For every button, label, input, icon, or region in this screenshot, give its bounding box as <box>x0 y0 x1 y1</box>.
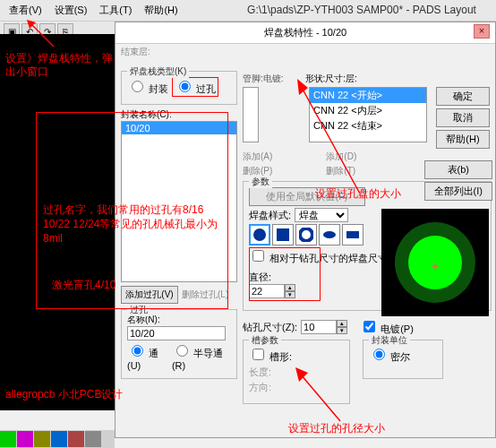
radio-via-label: 过孔 <box>196 83 216 94</box>
svg-rect-4 <box>346 231 359 238</box>
help-button[interactable]: 帮助(H) <box>436 130 490 149</box>
via-name-input[interactable] <box>127 326 226 340</box>
ok-button[interactable]: 确定 <box>436 87 490 106</box>
list-item[interactable]: CNN 22 <结束> <box>310 118 426 134</box>
pipe-label: 管脚:电镀: <box>243 73 284 85</box>
drill-size-label: 钻孔尺寸(Z): <box>243 321 297 334</box>
svg-point-0 <box>253 228 266 241</box>
global-default-button[interactable]: 使用全局默认值(F) <box>249 187 365 206</box>
len-label: 长度: <box>249 366 271 379</box>
svg-point-2 <box>300 228 312 241</box>
slot-shape-checkbox[interactable]: 槽形: <box>249 346 292 364</box>
slot-label: 槽参数 <box>249 334 281 347</box>
radio-via[interactable]: 过孔 <box>172 77 218 97</box>
del-t-label: 删除(T) <box>326 165 355 177</box>
dir-label: 方向: <box>249 381 271 394</box>
close-icon[interactable]: × <box>474 24 490 39</box>
add-d-label: 添加(D) <box>326 151 356 163</box>
list-item[interactable]: CNN 22 <开始> <box>310 88 426 103</box>
menu-help[interactable]: 帮助(H) <box>139 2 183 19</box>
menu-view[interactable]: 查看(V) <box>4 2 47 19</box>
drill-size-input[interactable] <box>301 320 337 334</box>
plated-label: 电镀(P) <box>381 323 414 334</box>
shape-annular[interactable] <box>295 224 317 246</box>
layer-swatch[interactable] <box>34 431 50 447</box>
radio-partial[interactable]: 半导通(R) <box>172 342 231 371</box>
drill-size-stepper[interactable]: ▴▾ <box>301 320 347 334</box>
pad-style-label: 焊盘样式: <box>249 209 291 222</box>
svg-point-3 <box>323 231 336 238</box>
annotation-box <box>249 247 321 301</box>
menu-setup[interactable]: 设置(S) <box>49 2 93 19</box>
menu-tools[interactable]: 工具(T) <box>94 2 137 19</box>
app-title: G:\1\pads\ZP-YTH003 SAMP00* - PADS Layou… <box>227 0 496 20</box>
shape-picker <box>249 224 363 246</box>
pipe-list[interactable] <box>243 87 259 142</box>
shape-oval[interactable] <box>319 224 340 246</box>
radio-package[interactable]: 封装 <box>127 78 168 96</box>
shape-list[interactable]: CNN 22 <开始> CNN 22 <内层> CNN 22 <结束> <box>309 87 427 142</box>
list-all-button[interactable]: 全部列出(I) <box>424 182 492 201</box>
cancel-button[interactable]: 取消 <box>436 108 490 127</box>
mil-label: 密尔 <box>390 351 410 362</box>
mil-radio[interactable]: 密尔 <box>369 346 410 364</box>
dialog-title: 焊盘栈特性 - 10/20 × <box>115 22 495 44</box>
table-button[interactable]: 表(b) <box>424 160 492 179</box>
radio-through[interactable]: 通(U) <box>127 342 168 371</box>
dialog-title-text: 焊盘栈特性 - 10/20 <box>264 27 346 38</box>
params-label: 参数 <box>249 176 272 188</box>
layer-swatch[interactable] <box>85 431 101 447</box>
layer-swatch[interactable] <box>68 431 84 447</box>
add-a-label: 添加(A) <box>243 151 272 163</box>
shape-rect[interactable] <box>342 224 363 246</box>
shape-circle[interactable] <box>249 224 270 246</box>
padstack-type-label: 焊盘栈类型(K) <box>127 65 189 78</box>
end-layer-label: 结束层: <box>121 46 150 58</box>
plated-checkbox[interactable]: 电镀(P) <box>360 318 414 336</box>
annotation-box <box>36 112 228 309</box>
svg-rect-1 <box>277 228 289 241</box>
pad-style-select[interactable]: 焊盘 <box>295 208 348 222</box>
layer-swatch[interactable] <box>17 431 33 447</box>
layer-swatch[interactable] <box>0 431 16 447</box>
bottom-toolbar <box>0 430 115 448</box>
preview-canvas: + <box>381 209 489 316</box>
shape-label: 形状:尺寸:层: <box>305 73 357 85</box>
enc-unit-label: 封装单位 <box>369 334 410 347</box>
list-item[interactable]: CNN 22 <内层> <box>310 103 426 118</box>
slot-shape-label: 槽形: <box>269 351 292 362</box>
shape-square[interactable] <box>272 224 294 246</box>
layer-swatch[interactable] <box>51 431 67 447</box>
radio-package-label: 封装 <box>149 83 168 94</box>
